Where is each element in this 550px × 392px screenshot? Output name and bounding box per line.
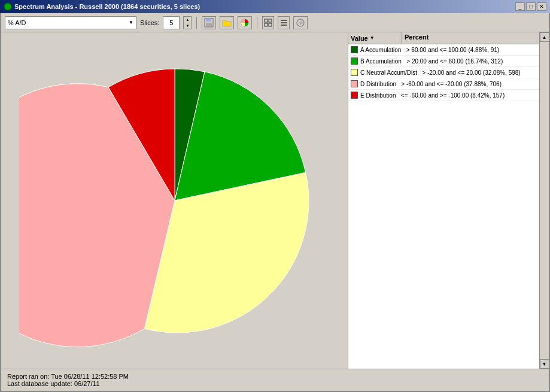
- slices-label: Slices:: [140, 19, 159, 26]
- legend-items: A Accumulation > 60.00 and <= 100.00 (4.…: [348, 44, 539, 369]
- legend-item[interactable]: A Accumulation > 60.00 and <= 100.00 (4.…: [348, 44, 539, 56]
- legend-value-label: Value: [351, 35, 368, 42]
- legend-item[interactable]: C Neutral Accum/Dist > -20.00 and <= 20.…: [348, 67, 539, 78]
- main-window: % A/D ▼ Slices: 5 ▲ ▼: [0, 13, 550, 392]
- legend-item-label: A Accumulation > 60.00 and <= 100.00 (4.…: [360, 47, 537, 53]
- chart-area: [1, 32, 348, 369]
- save-icon: [204, 18, 214, 28]
- legend-item[interactable]: E Distribution <= -60.00 and >= -100.00 …: [348, 90, 539, 101]
- legend-item-label: B Accumulation > 20.00 and <= 60.00 (16.…: [360, 58, 537, 65]
- svg-point-0: [4, 3, 11, 10]
- slices-spinner[interactable]: ▲ ▼: [183, 16, 192, 29]
- chevron-down-icon: ▼: [129, 20, 133, 25]
- legend-color-swatch: [351, 69, 358, 76]
- spin-down-icon[interactable]: ▼: [184, 23, 191, 29]
- legend-percent-label: Percent: [405, 34, 429, 41]
- maximize-button[interactable]: □: [526, 2, 536, 11]
- save-button[interactable]: [202, 16, 216, 29]
- toolbar-separator-2: [257, 17, 257, 29]
- folder-icon: [222, 18, 232, 28]
- svg-rect-7: [265, 23, 268, 26]
- grid-icon: [264, 19, 272, 27]
- legend-percent-col: Percent: [402, 32, 539, 44]
- spin-up-icon[interactable]: ▲: [184, 17, 191, 23]
- legend-item-label: D Distribution > -60.00 and <= -20.00 (3…: [360, 81, 537, 87]
- indicator-dropdown[interactable]: % A/D ▼: [5, 16, 136, 29]
- window-controls: _ □ ✕: [515, 2, 546, 11]
- legend-value-col: Value ▼: [348, 32, 402, 44]
- legend-item[interactable]: B Accumulation > 20.00 and <= 60.00 (16.…: [348, 56, 539, 67]
- window-title: Spectrum Analysis - Russell 2000 (1864 s…: [14, 3, 200, 10]
- scroll-up-button[interactable]: ▲: [540, 32, 549, 42]
- minimize-button[interactable]: _: [515, 2, 525, 11]
- pie-chart: [19, 45, 330, 356]
- help-button[interactable]: ?: [293, 16, 308, 29]
- help-icon: ?: [296, 18, 305, 28]
- legend-color-swatch: [351, 80, 358, 87]
- pie-button[interactable]: [238, 16, 252, 29]
- legend-color-swatch: [351, 46, 358, 53]
- scroll-track: [540, 42, 549, 359]
- footer-line2: Last database update: 06/27/11: [7, 380, 543, 387]
- svg-rect-6: [269, 19, 272, 22]
- legend-item-label: E Distribution <= -60.00 and >= -100.00 …: [360, 92, 537, 99]
- title-bar: Spectrum Analysis - Russell 2000 (1864 s…: [0, 0, 550, 13]
- grid-button[interactable]: [262, 16, 274, 29]
- legend-color-swatch: [351, 57, 358, 65]
- sort-icon[interactable]: ▼: [370, 35, 375, 41]
- legend-item[interactable]: D Distribution > -60.00 and <= -20.00 (3…: [348, 78, 539, 90]
- toolbar-separator: [196, 17, 197, 29]
- slices-value: 5: [169, 19, 173, 26]
- footer: Report ran on: Tue 06/28/11 12:52:58 PM …: [1, 369, 549, 391]
- footer-line1: Report ran on: Tue 06/28/11 12:52:58 PM: [7, 373, 543, 380]
- list-button[interactable]: [278, 16, 290, 29]
- svg-rect-2: [206, 19, 211, 22]
- app-icon: [4, 2, 12, 11]
- close-button[interactable]: ✕: [537, 2, 546, 11]
- legend-panel: Value ▼ Percent A Accumulation > 60.00 a…: [348, 32, 539, 369]
- list-icon: [279, 19, 288, 27]
- dropdown-value: % A/D: [8, 19, 26, 26]
- legend-item-label: C Neutral Accum/Dist > -20.00 and <= 20.…: [360, 69, 537, 76]
- toolbar: % A/D ▼ Slices: 5 ▲ ▼: [1, 13, 549, 32]
- svg-text:?: ?: [299, 20, 302, 26]
- scroll-down-button[interactable]: ▼: [540, 359, 549, 369]
- legend-header: Value ▼ Percent: [348, 32, 539, 44]
- svg-rect-5: [265, 19, 268, 22]
- piechart-icon: [240, 18, 250, 28]
- open-button[interactable]: [220, 16, 234, 29]
- svg-rect-3: [206, 23, 212, 26]
- scrollbar: ▲ ▼: [539, 32, 549, 369]
- slices-input[interactable]: 5: [163, 16, 180, 29]
- svg-rect-8: [269, 23, 272, 26]
- content-area: Value ▼ Percent A Accumulation > 60.00 a…: [1, 32, 549, 369]
- legend-color-swatch: [351, 92, 358, 99]
